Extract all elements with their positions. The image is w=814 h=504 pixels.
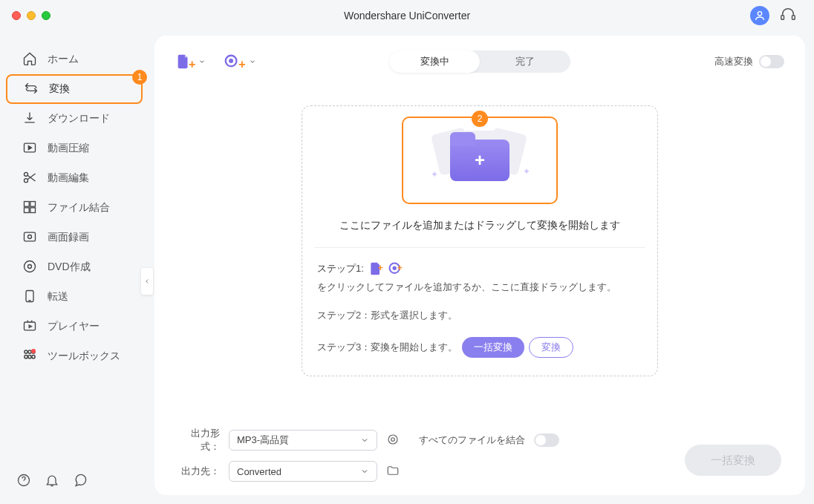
sidebar: ホーム 変換1 ダウンロード 動画圧縮 動画編集 ファイル結合 画面録画 DVD… bbox=[0, 31, 149, 504]
batch-convert-main-button[interactable]: 一括変換 bbox=[685, 445, 781, 476]
svg-point-13 bbox=[28, 264, 32, 268]
nav-transfer[interactable]: 転送 bbox=[6, 282, 143, 312]
drop-panel: 2 ✦ ✦ + ここにファイルを追加またはドラッグして変換を開始します ステップ… bbox=[302, 105, 658, 376]
badge-2: 2 bbox=[472, 111, 488, 127]
drop-instructions: ここにファイルを追加またはドラッグして変換を開始します bbox=[317, 219, 642, 232]
main-panel: + + 変換中 完了 高速変換 2 bbox=[154, 36, 805, 495]
folder-open-icon[interactable] bbox=[386, 464, 400, 480]
home-icon bbox=[22, 51, 37, 68]
nav-label: 動画圧縮 bbox=[48, 142, 89, 155]
batch-convert-button[interactable]: 一括変換 bbox=[462, 337, 524, 358]
tab-converting[interactable]: 変換中 bbox=[389, 50, 480, 73]
svg-point-12 bbox=[25, 261, 36, 272]
nav-edit[interactable]: 動画編集 bbox=[6, 163, 143, 193]
badge-1: 1 bbox=[132, 70, 147, 85]
output-format-select[interactable]: MP3-高品質 bbox=[229, 430, 377, 451]
tab-done[interactable]: 完了 bbox=[480, 50, 570, 73]
nav-merge[interactable]: ファイル結合 bbox=[6, 193, 143, 223]
svg-point-27 bbox=[388, 435, 397, 444]
svg-point-5 bbox=[25, 178, 28, 182]
svg-point-0 bbox=[758, 12, 761, 16]
close-icon[interactable] bbox=[12, 11, 21, 20]
status-tabs: 変換中 完了 bbox=[389, 50, 570, 73]
folder-icon: + bbox=[450, 140, 509, 181]
titlebar: Wondershare UniConverter bbox=[0, 0, 814, 31]
svg-point-20 bbox=[28, 355, 31, 358]
nav-toolbox[interactable]: ツールボックス bbox=[6, 341, 143, 371]
nav-dvd[interactable]: DVD作成 bbox=[6, 252, 143, 282]
nav-convert[interactable]: 変換1 bbox=[6, 74, 143, 104]
svg-rect-8 bbox=[25, 207, 30, 212]
svg-rect-2 bbox=[792, 16, 795, 20]
collapse-sidebar[interactable] bbox=[141, 268, 153, 295]
svg-point-26 bbox=[393, 267, 395, 269]
nav-player[interactable]: プレイヤー bbox=[6, 312, 143, 341]
nav-compress[interactable]: 動画圧縮 bbox=[6, 134, 143, 163]
player-icon bbox=[22, 318, 37, 336]
svg-point-19 bbox=[25, 355, 27, 358]
svg-point-4 bbox=[25, 172, 28, 176]
svg-point-21 bbox=[32, 355, 35, 358]
output-format-label: 出力形式： bbox=[175, 427, 220, 454]
svg-rect-7 bbox=[30, 201, 36, 206]
svg-rect-15 bbox=[25, 322, 36, 330]
minimize-icon[interactable] bbox=[27, 11, 36, 20]
svg-rect-6 bbox=[25, 201, 30, 206]
download-icon bbox=[22, 111, 37, 128]
avatar[interactable] bbox=[750, 6, 769, 25]
merge-icon bbox=[22, 200, 37, 217]
file-plus-icon: + bbox=[368, 261, 383, 276]
nav-label: ツールボックス bbox=[48, 350, 120, 363]
convert-icon bbox=[24, 81, 39, 98]
nav-download[interactable]: ダウンロード bbox=[6, 104, 143, 134]
nav-label: DVD作成 bbox=[48, 261, 91, 274]
svg-point-11 bbox=[28, 235, 32, 238]
add-disc-button[interactable]: + bbox=[224, 52, 255, 71]
step-3: ステップ3：変換を開始します。 一括変換 変換 bbox=[317, 337, 642, 358]
convert-button[interactable]: 変換 bbox=[529, 337, 573, 358]
svg-rect-1 bbox=[781, 16, 784, 20]
nav-label: ファイル結合 bbox=[48, 201, 110, 215]
merge-all-toggle[interactable] bbox=[534, 433, 559, 447]
svg-rect-9 bbox=[30, 207, 36, 212]
toolbar: + + 変換中 完了 高速変換 bbox=[175, 52, 784, 71]
settings-icon[interactable] bbox=[386, 433, 400, 448]
scissors-icon bbox=[22, 170, 37, 187]
bell-icon[interactable] bbox=[45, 473, 59, 491]
disc-icon bbox=[22, 259, 37, 276]
merge-all-label: すべてのファイルを結合 bbox=[419, 433, 525, 447]
nav-label: 転送 bbox=[48, 290, 68, 304]
svg-point-16 bbox=[25, 350, 27, 353]
nav-record[interactable]: 画面録画 bbox=[6, 223, 143, 252]
nav-label: 画面録画 bbox=[48, 231, 89, 244]
app-title: Wondershare UniConverter bbox=[344, 10, 470, 22]
svg-rect-10 bbox=[25, 232, 36, 241]
hispeed-toggle[interactable] bbox=[759, 55, 784, 68]
add-file-button[interactable]: + bbox=[175, 52, 206, 71]
nav-label: ホーム bbox=[48, 53, 79, 66]
hispeed-label: 高速変換 bbox=[714, 55, 753, 68]
nav-label: プレイヤー bbox=[48, 320, 100, 333]
svg-point-24 bbox=[230, 59, 233, 62]
drop-zone[interactable]: 2 ✦ ✦ + bbox=[402, 117, 558, 204]
nav-label: 動画編集 bbox=[48, 171, 89, 185]
output-dest-label: 出力先： bbox=[175, 465, 220, 478]
fullscreen-icon[interactable] bbox=[42, 11, 51, 20]
help-icon[interactable] bbox=[16, 473, 31, 491]
chat-icon[interactable] bbox=[73, 473, 88, 491]
nav-label: ダウンロード bbox=[48, 112, 110, 125]
nav-label: 変換 bbox=[49, 82, 70, 96]
disc-plus-icon: + bbox=[388, 261, 403, 276]
record-icon bbox=[22, 229, 37, 246]
transfer-icon bbox=[22, 289, 37, 306]
svg-point-28 bbox=[391, 437, 395, 441]
notification-dot bbox=[31, 349, 36, 353]
nav-home[interactable]: ホーム bbox=[6, 45, 143, 74]
step-2: ステップ2：形式を選択します。 bbox=[317, 309, 642, 322]
compress-icon bbox=[22, 140, 37, 157]
window-controls bbox=[12, 11, 51, 20]
step-1: ステップ1: + + をクリックしてファイルを追加するか、ここに直接ドラッグしま… bbox=[317, 261, 642, 294]
support-icon[interactable] bbox=[780, 6, 796, 25]
output-dest-select[interactable]: Converted bbox=[229, 461, 377, 482]
